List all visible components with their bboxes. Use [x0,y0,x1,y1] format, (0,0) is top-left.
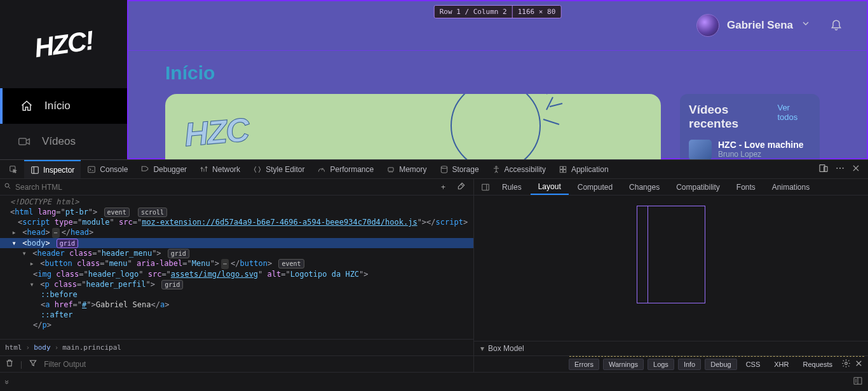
element-picker-button[interactable] [3,160,24,178]
filter-output-input[interactable] [44,360,468,369]
home-icon [20,100,33,112]
svg-rect-7 [32,166,39,173]
hero-card[interactable]: HZC [165,94,661,159]
pill-debug[interactable]: Debug [705,359,736,370]
chevron-right-icon: › [26,343,31,352]
video-list-item[interactable]: HZC - Love machine Bruno Lopez [689,140,811,159]
multiline-editor-icon[interactable] [853,376,863,388]
pill-xhr[interactable]: XHR [769,359,794,369]
close-devtools-button[interactable] [851,164,860,175]
dom-doctype: <!DOCTYPE html> [10,197,79,206]
tab-label: Accessibility [505,165,546,174]
subtab-rules[interactable]: Rules [494,179,529,195]
tab-label: Debugger [153,165,187,174]
event-badge[interactable]: event [278,259,304,268]
debugger-icon [140,165,149,174]
crumb-body[interactable]: body [34,343,51,352]
pill-css[interactable]: CSS [741,359,766,369]
gear-icon[interactable] [841,359,851,370]
performance-icon [317,165,326,174]
subtab-changes[interactable]: Changes [621,179,667,195]
tab-network[interactable]: Network [193,160,247,178]
eyedropper-button[interactable] [453,182,470,192]
search-html-input[interactable] [15,183,433,192]
tab-storage[interactable]: Storage [433,160,485,178]
crumb-main[interactable]: main.principal [62,343,121,352]
subtab-layout[interactable]: Layout [531,179,569,195]
svg-point-11 [495,166,496,167]
video-title: HZC - Love machine [718,140,804,150]
search-icon [4,182,11,192]
svg-rect-0 [19,138,27,145]
tab-console[interactable]: Console [81,160,134,178]
sidebar-item-inicio[interactable]: Início [0,88,127,124]
hero-illustration [419,94,572,159]
close-icon[interactable] [855,359,863,369]
see-all-link[interactable]: Ver todos [777,103,811,122]
pill-requests[interactable]: Requests [798,359,837,369]
crumb-html[interactable]: html [5,343,22,352]
picker-icon [9,165,18,174]
inspector-subtabs: Rules Layout Computed Changes Compatibil… [474,179,868,196]
twisty-icon[interactable]: ▾ [10,238,18,248]
grid-badge[interactable]: grid [57,239,78,248]
style-editor-icon [253,165,262,174]
dom-tree[interactable]: <!DOCTYPE html> <html lang="pt-br"> even… [0,196,473,339]
pill-warnings[interactable]: Warnings [603,359,644,370]
tab-inspector[interactable]: Inspector [24,160,81,178]
filter-icon[interactable] [29,359,37,369]
bell-icon[interactable] [830,18,843,32]
svg-line-5 [546,97,553,110]
subtab-computed[interactable]: Computed [570,179,620,195]
tab-debugger[interactable]: Debugger [134,160,193,178]
event-badge[interactable]: event [104,208,130,217]
memory-icon [386,165,395,174]
inspector-icon [31,166,39,175]
add-node-button[interactable]: + [437,183,449,192]
tab-label: Performance [330,165,374,174]
subtab-animations[interactable]: Animations [764,179,817,195]
grid-cell-label: Row 1 / Column 2 [435,6,513,18]
user-menu[interactable]: Gabriel Sena [696,14,811,37]
subtab-fonts[interactable]: Fonts [729,179,763,195]
tab-style-editor[interactable]: Style Editor [247,160,311,178]
video-icon [18,135,31,148]
sidebar-item-videos[interactable]: Vídeos [0,124,127,159]
tab-performance[interactable]: Performance [311,160,380,178]
user-name: Gabriel Sena [727,19,793,32]
tab-label: Application [571,165,609,174]
tab-memory[interactable]: Memory [380,160,433,178]
scroll-badge[interactable]: scroll [138,208,167,217]
svg-point-19 [839,168,841,169]
tab-application[interactable]: Application [552,160,615,178]
pill-info[interactable]: Info [678,359,701,370]
grid-badge[interactable]: grid [168,249,189,258]
tab-label: Console [100,165,128,174]
grid-outline-preview [637,206,705,303]
svg-rect-9 [388,168,393,171]
responsive-mode-button[interactable] [818,163,829,175]
kebab-menu-icon[interactable] [835,163,845,175]
grid-dims-label: 1166 × 80 [513,6,561,18]
pill-errors[interactable]: Errors [569,359,599,370]
dom-selected-node[interactable]: ▾ <body> grid [0,238,473,248]
chevron-down-icon [801,18,811,32]
box-model-section[interactable]: ▾ Box Model [474,341,868,355]
svg-line-3 [550,103,562,107]
accessibility-icon [492,165,501,174]
twisty-icon[interactable]: ▸ [28,258,36,268]
tab-accessibility[interactable]: Accessibility [485,160,552,178]
split-console[interactable]: » [0,372,868,391]
breadcrumb: html › body › main.principal [0,339,473,355]
twisty-icon[interactable]: ▸ [10,227,18,237]
twisty-icon[interactable]: ▾ [28,279,36,289]
svg-rect-15 [564,169,566,172]
toggle-3pane-icon[interactable] [478,179,493,195]
svg-point-23 [845,362,848,364]
grid-badge[interactable]: grid [161,280,183,289]
subtab-compatibility[interactable]: Compatibility [668,179,728,195]
devtools: Inspector Console Debugger Network Style… [0,159,868,391]
twisty-icon[interactable]: ▾ [20,248,28,258]
pill-logs[interactable]: Logs [648,359,674,370]
clear-console-button[interactable] [5,359,14,369]
